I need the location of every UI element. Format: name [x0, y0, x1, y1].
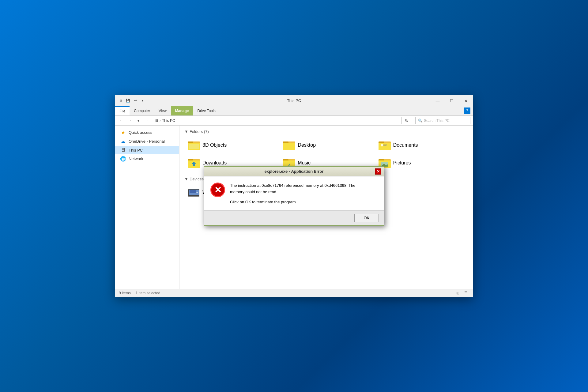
explorer-window: 🖥 💾 ↩ ▾ This PC — ☐ ✕ File Computer View… — [115, 95, 473, 297]
error-line2: memory could not be read. — [230, 190, 277, 194]
error-icon: ✕ — [210, 183, 225, 197]
error-dialog: explorer.exe - Application Error ✕ ✕ The… — [204, 166, 384, 226]
error-x-icon: ✕ — [214, 185, 221, 195]
error-line1: The instruction at 0xe8c71764 referenced… — [230, 183, 356, 188]
dialog-title-bar: explorer.exe - Application Error ✕ — [204, 167, 384, 176]
error-text-block: The instruction at 0xe8c71764 referenced… — [230, 183, 356, 205]
error-message-main: The instruction at 0xe8c71764 referenced… — [230, 183, 356, 195]
dialog-title: explorer.exe - Application Error — [207, 169, 381, 174]
error-action: Click on OK to terminate the program — [230, 199, 356, 205]
dialog-body: ✕ The instruction at 0xe8c71764 referenc… — [204, 176, 384, 210]
dialog-footer: OK — [204, 210, 384, 225]
dialog-close-button[interactable]: ✕ — [375, 168, 381, 175]
ok-button[interactable]: OK — [354, 214, 379, 222]
dialog-overlay: explorer.exe - Application Error ✕ ✕ The… — [115, 95, 473, 297]
